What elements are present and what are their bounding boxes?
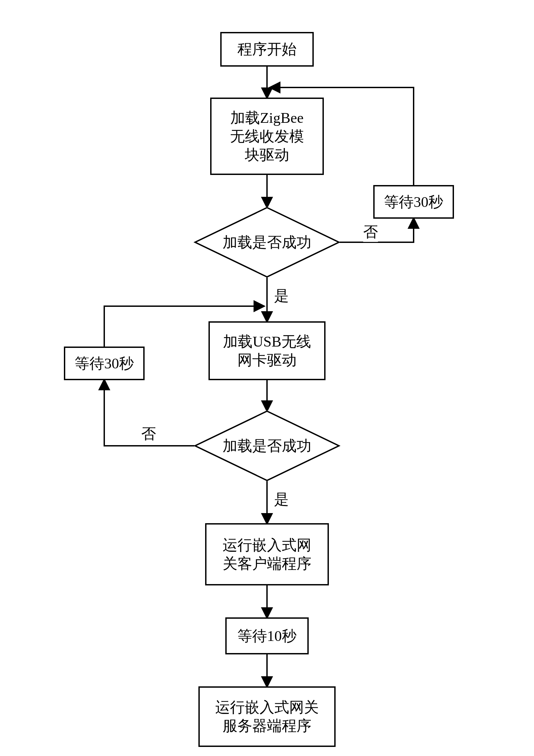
node-wait-30-a: 等待30秒 — [373, 185, 454, 219]
node-wait-10-label: 等待10秒 — [237, 627, 297, 645]
node-run-client: 运行嵌入式网 关客户端程序 — [205, 523, 329, 585]
node-load-zigbee: 加载ZigBee 无线收发模 块驱动 — [210, 98, 324, 175]
node-decision-1: 加载是否成功 — [194, 207, 340, 278]
node-load-zigbee-label: 加载ZigBee 无线收发模 块驱动 — [230, 109, 304, 164]
node-run-server-label: 运行嵌入式网关 服务器端程序 — [215, 698, 319, 735]
node-decision-2-label: 加载是否成功 — [223, 436, 311, 456]
node-wait-10: 等待10秒 — [225, 617, 309, 654]
flowchart-canvas: 程序开始 加载ZigBee 无线收发模 块驱动 加载是否成功 等待30秒 加载U… — [0, 0, 534, 756]
node-run-client-label: 运行嵌入式网 关客户端程序 — [223, 536, 311, 573]
edge-label-dec1-no: 否 — [363, 222, 378, 242]
node-run-server: 运行嵌入式网关 服务器端程序 — [198, 686, 336, 747]
node-decision-1-label: 加载是否成功 — [223, 232, 311, 252]
node-decision-2: 加载是否成功 — [194, 410, 340, 481]
node-wait-30-b: 等待30秒 — [64, 347, 145, 380]
node-load-usb-label: 加载USB无线 网卡驱动 — [223, 332, 311, 369]
edge-label-dec1-yes: 是 — [274, 286, 289, 306]
node-start: 程序开始 — [220, 32, 314, 67]
node-start-label: 程序开始 — [237, 40, 297, 59]
node-load-usb: 加载USB无线 网卡驱动 — [208, 321, 326, 380]
node-wait-30-a-label: 等待30秒 — [384, 193, 443, 211]
edge-label-dec2-yes: 是 — [274, 490, 289, 509]
node-wait-30-b-label: 等待30秒 — [75, 354, 134, 373]
edge-label-dec2-no: 否 — [141, 424, 156, 444]
